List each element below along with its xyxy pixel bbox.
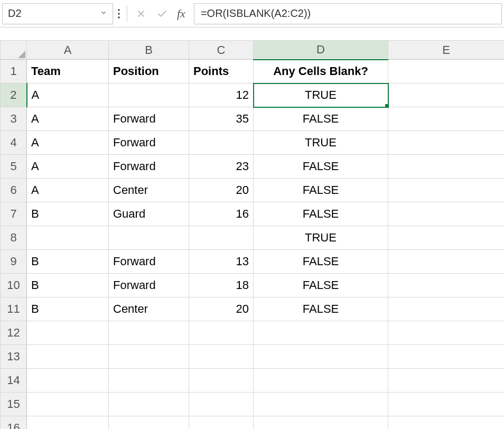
cell-E7[interactable] <box>388 202 505 226</box>
cell-B1[interactable]: Position <box>109 60 189 83</box>
cell-A12[interactable] <box>27 321 109 345</box>
cell-C3[interactable]: 35 <box>189 107 254 131</box>
row-header-15[interactable]: 15 <box>1 393 27 416</box>
cell-B14[interactable] <box>109 369 189 393</box>
row-header-1[interactable]: 1 <box>1 60 27 83</box>
cell-E15[interactable] <box>388 393 505 416</box>
cell-A14[interactable] <box>27 369 109 393</box>
cell-C15[interactable] <box>189 393 254 416</box>
cell-C12[interactable] <box>189 321 254 345</box>
cell-B11[interactable]: Center <box>109 297 189 321</box>
col-header-B[interactable]: B <box>109 41 189 60</box>
row-header-6[interactable]: 6 <box>1 179 27 202</box>
row-header-3[interactable]: 3 <box>1 107 27 131</box>
cell-E10[interactable] <box>388 274 505 297</box>
row-header-2[interactable]: 2 <box>1 83 27 107</box>
cell-B15[interactable] <box>109 393 189 416</box>
cell-B16[interactable] <box>109 416 189 430</box>
cell-B2[interactable] <box>109 83 189 107</box>
cell-C9[interactable]: 13 <box>189 250 254 274</box>
cell-D1[interactable]: Any Cells Blank? <box>254 60 388 83</box>
cell-B3[interactable]: Forward <box>109 107 189 131</box>
row-header-10[interactable]: 10 <box>1 274 27 297</box>
cell-E3[interactable] <box>388 107 505 131</box>
cell-C16[interactable] <box>189 416 254 430</box>
cell-A9[interactable]: B <box>27 250 109 274</box>
cell-E1[interactable] <box>388 60 505 83</box>
cell-C4[interactable] <box>189 131 254 155</box>
cell-C2[interactable]: 12 <box>189 83 254 107</box>
cell-E16[interactable] <box>388 416 505 430</box>
cell-D10[interactable]: FALSE <box>254 274 388 297</box>
cell-E8[interactable] <box>388 226 505 250</box>
cell-E6[interactable] <box>388 179 505 202</box>
accept-formula-button[interactable] <box>153 4 172 23</box>
row-header-13[interactable]: 13 <box>1 345 27 369</box>
cell-E11[interactable] <box>388 297 505 321</box>
cell-A4[interactable]: A <box>27 131 109 155</box>
cell-A1[interactable]: Team <box>27 60 109 83</box>
cell-A15[interactable] <box>27 393 109 416</box>
cell-C14[interactable] <box>189 369 254 393</box>
insert-function-button[interactable]: fx <box>174 7 189 21</box>
cell-E13[interactable] <box>388 345 505 369</box>
cell-D7[interactable]: FALSE <box>254 202 388 226</box>
cell-C5[interactable]: 23 <box>189 155 254 179</box>
cell-D15[interactable] <box>254 393 388 416</box>
row-header-8[interactable]: 8 <box>1 226 27 250</box>
cell-E14[interactable] <box>388 369 505 393</box>
cell-A16[interactable] <box>27 416 109 430</box>
cell-D9[interactable]: FALSE <box>254 250 388 274</box>
cell-B4[interactable]: Forward <box>109 131 189 155</box>
col-header-A[interactable]: A <box>27 41 109 60</box>
cell-A10[interactable]: B <box>27 274 109 297</box>
cell-E9[interactable] <box>388 250 505 274</box>
cell-D2[interactable]: TRUE <box>254 83 388 107</box>
formula-input[interactable]: =OR(ISBLANK(A2:C2)) <box>194 3 502 24</box>
cell-C1[interactable]: Points <box>189 60 254 83</box>
row-header-16[interactable]: 16 <box>1 416 27 430</box>
cell-A5[interactable]: A <box>27 155 109 179</box>
row-header-12[interactable]: 12 <box>1 321 27 345</box>
cell-E12[interactable] <box>388 321 505 345</box>
col-header-E[interactable]: E <box>388 41 505 60</box>
row-header-14[interactable]: 14 <box>1 369 27 393</box>
cell-D13[interactable] <box>254 345 388 369</box>
cell-D6[interactable]: FALSE <box>254 179 388 202</box>
cancel-formula-button[interactable] <box>132 4 151 23</box>
row-header-9[interactable]: 9 <box>1 250 27 274</box>
cell-D4[interactable]: TRUE <box>254 131 388 155</box>
kebab-menu-icon[interactable] <box>115 5 123 22</box>
row-header-11[interactable]: 11 <box>1 297 27 321</box>
cell-A2[interactable]: A <box>27 83 109 107</box>
row-header-7[interactable]: 7 <box>1 202 27 226</box>
cell-D8[interactable]: TRUE <box>254 226 388 250</box>
select-all-corner[interactable] <box>1 41 27 60</box>
row-header-5[interactable]: 5 <box>1 155 27 179</box>
cell-C11[interactable]: 20 <box>189 297 254 321</box>
cell-E5[interactable] <box>388 155 505 179</box>
cell-C8[interactable] <box>189 226 254 250</box>
cell-A13[interactable] <box>27 345 109 369</box>
cell-A7[interactable]: B <box>27 202 109 226</box>
chevron-down-icon[interactable] <box>100 9 107 18</box>
cell-B12[interactable] <box>109 321 189 345</box>
cell-E4[interactable] <box>388 131 505 155</box>
cell-C6[interactable]: 20 <box>189 179 254 202</box>
cell-A6[interactable]: A <box>27 179 109 202</box>
cell-D5[interactable]: FALSE <box>254 155 388 179</box>
cell-D11[interactable]: FALSE <box>254 297 388 321</box>
cell-B10[interactable]: Forward <box>109 274 189 297</box>
row-header-4[interactable]: 4 <box>1 131 27 155</box>
cell-B5[interactable]: Forward <box>109 155 189 179</box>
cell-C10[interactable]: 18 <box>189 274 254 297</box>
cell-D16[interactable] <box>254 416 388 430</box>
cell-B13[interactable] <box>109 345 189 369</box>
col-header-C[interactable]: C <box>189 41 254 60</box>
cell-A3[interactable]: A <box>27 107 109 131</box>
cell-D12[interactable] <box>254 321 388 345</box>
col-header-D[interactable]: D <box>254 41 388 60</box>
cell-B9[interactable]: Forward <box>109 250 189 274</box>
cell-A11[interactable]: B <box>27 297 109 321</box>
cell-C13[interactable] <box>189 345 254 369</box>
